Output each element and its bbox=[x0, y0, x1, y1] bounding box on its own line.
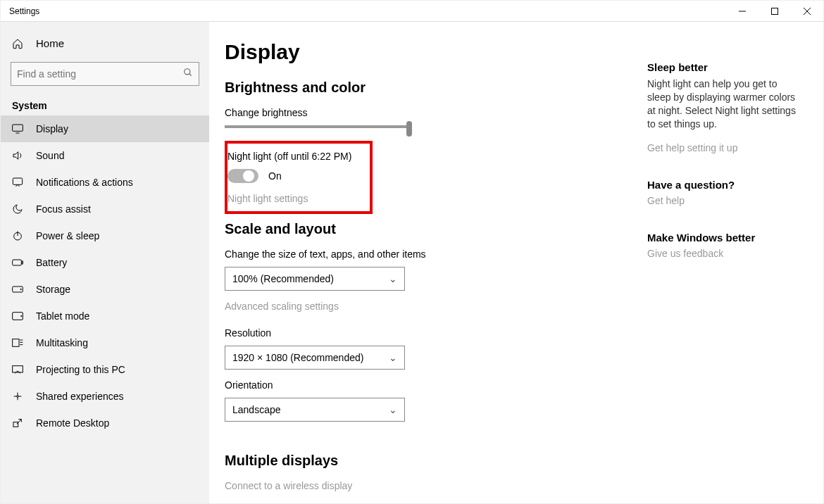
remote-icon bbox=[12, 417, 23, 429]
right-column: Sleep better Night light can help you ge… bbox=[647, 40, 802, 504]
sidebar-item-tablet[interactable]: Tablet mode bbox=[1, 303, 209, 329]
tip-heading-better: Make Windows better bbox=[647, 232, 802, 244]
window-title: Settings bbox=[9, 6, 39, 16]
section-scale-title: Scale and layout bbox=[225, 221, 633, 237]
section-multi-title: Multiple displays bbox=[225, 453, 633, 469]
sidebar-item-label: Projecting to this PC bbox=[36, 364, 125, 375]
brightness-label: Change brightness bbox=[225, 107, 633, 118]
tip-heading-sleep: Sleep better bbox=[647, 61, 802, 73]
sidebar-item-display[interactable]: Display bbox=[1, 115, 209, 142]
sidebar-item-label: Shared experiences bbox=[36, 391, 124, 402]
sidebar-item-sound[interactable]: Sound bbox=[1, 142, 209, 169]
tip-heading-question: Have a question? bbox=[647, 179, 802, 191]
sidebar-item-remote[interactable]: Remote Desktop bbox=[1, 410, 209, 436]
tip-link-help[interactable]: Get help bbox=[647, 195, 802, 206]
svg-point-15 bbox=[20, 289, 21, 289]
svg-rect-1 bbox=[772, 8, 778, 14]
nightlight-settings-link[interactable]: Night light settings bbox=[227, 193, 370, 204]
sidebar-item-label: Display bbox=[36, 123, 68, 134]
tip-link-feedback[interactable]: Give us feedback bbox=[647, 248, 802, 259]
sidebar-item-shared[interactable]: Shared experiences bbox=[1, 383, 209, 410]
search-icon bbox=[183, 68, 193, 80]
sidebar-item-label: Tablet mode bbox=[36, 310, 89, 322]
svg-point-4 bbox=[185, 69, 190, 75]
svg-line-5 bbox=[189, 74, 192, 76]
nightlight-label: Night light (off until 6:22 PM) bbox=[227, 151, 370, 162]
brightness-slider[interactable] bbox=[225, 125, 408, 128]
focus-icon bbox=[12, 203, 23, 215]
svg-rect-13 bbox=[22, 261, 23, 264]
chevron-down-icon: ⌄ bbox=[389, 404, 397, 415]
home-nav[interactable]: Home bbox=[1, 32, 209, 55]
sidebar-item-focus-assist[interactable]: Focus assist bbox=[1, 196, 209, 222]
orientation-select[interactable]: Landscape ⌄ bbox=[225, 398, 405, 422]
page-title: Display bbox=[225, 40, 633, 64]
sidebar: Home System Display Sound Notifications … bbox=[1, 22, 209, 504]
sidebar-item-projecting[interactable]: Projecting to this PC bbox=[1, 356, 209, 383]
svg-rect-9 bbox=[13, 178, 22, 184]
shared-icon bbox=[12, 391, 23, 402]
resolution-value: 1920 × 1080 (Recommended) bbox=[232, 352, 363, 363]
sidebar-group-title: System bbox=[1, 93, 209, 115]
slider-thumb[interactable] bbox=[406, 121, 412, 137]
svg-point-17 bbox=[21, 315, 22, 316]
titlebar: Settings bbox=[1, 1, 823, 22]
tip-link-setup[interactable]: Get help setting it up bbox=[647, 142, 802, 153]
tablet-icon bbox=[12, 311, 23, 321]
project-icon bbox=[12, 365, 23, 374]
sidebar-item-label: Battery bbox=[36, 257, 67, 268]
resolution-select[interactable]: 1920 × 1080 (Recommended) ⌄ bbox=[225, 346, 405, 370]
storage-icon bbox=[12, 285, 23, 294]
chevron-down-icon: ⌄ bbox=[389, 352, 397, 363]
svg-point-23 bbox=[17, 396, 19, 398]
sidebar-item-battery[interactable]: Battery bbox=[1, 249, 209, 276]
advanced-scaling-link[interactable]: Advanced scaling settings bbox=[225, 301, 633, 312]
main-column: Display Brightness and color Change brig… bbox=[225, 40, 633, 504]
maximize-button[interactable] bbox=[759, 1, 791, 22]
power-icon bbox=[12, 230, 23, 241]
chevron-down-icon: ⌄ bbox=[389, 273, 397, 284]
sound-icon bbox=[12, 150, 23, 161]
sidebar-item-label: Notifications & actions bbox=[36, 177, 133, 188]
sidebar-item-label: Sound bbox=[36, 150, 64, 161]
svg-rect-18 bbox=[13, 339, 19, 347]
sidebar-item-multitasking[interactable]: Multitasking bbox=[1, 329, 209, 356]
battery-icon bbox=[12, 258, 23, 267]
search-input[interactable] bbox=[17, 68, 183, 80]
orientation-value: Landscape bbox=[232, 404, 281, 415]
sidebar-item-label: Power & sleep bbox=[36, 230, 99, 241]
sidebar-item-label: Remote Desktop bbox=[36, 417, 109, 429]
svg-marker-8 bbox=[13, 152, 18, 160]
section-brightness-title: Brightness and color bbox=[225, 80, 633, 96]
notifications-icon bbox=[12, 177, 23, 188]
home-label: Home bbox=[36, 37, 64, 49]
toggle-knob bbox=[243, 170, 254, 182]
svg-rect-12 bbox=[13, 260, 22, 265]
sidebar-item-notifications[interactable]: Notifications & actions bbox=[1, 169, 209, 196]
sidebar-item-label: Storage bbox=[36, 284, 70, 295]
close-button[interactable] bbox=[791, 1, 823, 22]
highlight-box: Night light (off until 6:22 PM) On Night… bbox=[225, 141, 373, 214]
wireless-display-link[interactable]: Connect to a wireless display bbox=[225, 480, 633, 491]
sidebar-item-storage[interactable]: Storage bbox=[1, 276, 209, 303]
svg-rect-6 bbox=[13, 125, 23, 131]
nightlight-state: On bbox=[268, 170, 282, 182]
scale-label: Change the size of text, apps, and other… bbox=[225, 248, 633, 260]
search-input-container[interactable] bbox=[11, 62, 199, 86]
orientation-label: Orientation bbox=[225, 379, 633, 391]
nightlight-toggle[interactable] bbox=[227, 169, 258, 183]
resolution-label: Resolution bbox=[225, 327, 633, 339]
minimize-button[interactable] bbox=[726, 1, 759, 22]
scale-value: 100% (Recommended) bbox=[232, 273, 334, 284]
scale-select[interactable]: 100% (Recommended) ⌄ bbox=[225, 267, 405, 291]
home-icon bbox=[12, 38, 23, 49]
sidebar-item-power[interactable]: Power & sleep bbox=[1, 222, 209, 249]
tip-text-sleep: Night light can help you get to sleep by… bbox=[647, 77, 802, 131]
display-icon bbox=[12, 124, 23, 134]
multitask-icon bbox=[12, 338, 23, 348]
sidebar-item-label: Focus assist bbox=[36, 203, 91, 215]
sidebar-item-label: Multitasking bbox=[36, 337, 88, 348]
